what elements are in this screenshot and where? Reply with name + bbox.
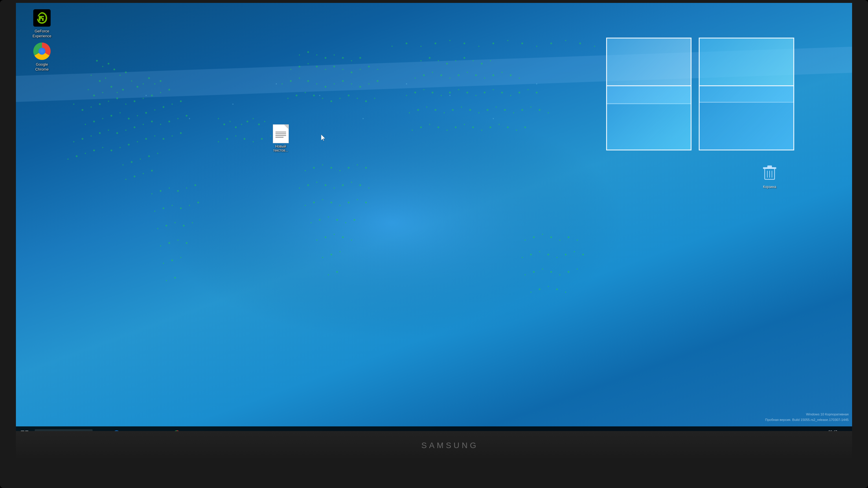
svg-point-33 bbox=[168, 89, 170, 91]
svg-point-0 bbox=[161, 107, 623, 338]
svg-point-126 bbox=[368, 66, 370, 67]
recycle-bin-icon bbox=[756, 165, 783, 184]
svg-point-19 bbox=[148, 77, 150, 79]
svg-point-1 bbox=[96, 60, 98, 62]
svg-point-208 bbox=[475, 74, 477, 76]
svg-point-94 bbox=[197, 202, 199, 203]
svg-point-218 bbox=[441, 95, 442, 96]
geforce-icon bbox=[33, 9, 51, 27]
svg-point-36 bbox=[102, 118, 103, 119]
svg-point-52 bbox=[125, 130, 126, 131]
chrome-label: Google Chrome bbox=[29, 62, 55, 72]
svg-point-146 bbox=[339, 98, 341, 99]
recycle-bin-label: Корзина bbox=[756, 185, 783, 189]
svg-point-127 bbox=[377, 69, 378, 70]
svg-point-327 bbox=[450, 95, 451, 96]
svg-point-70 bbox=[154, 135, 155, 136]
svg-point-265 bbox=[559, 239, 560, 241]
svg-point-258 bbox=[507, 126, 509, 128]
svg-point-289 bbox=[223, 124, 225, 125]
svg-point-27 bbox=[116, 97, 118, 99]
svg-point-248 bbox=[420, 126, 422, 128]
svg-point-67 bbox=[128, 144, 130, 145]
svg-point-242 bbox=[513, 112, 514, 113]
svg-point-305 bbox=[392, 46, 393, 47]
svg-point-138 bbox=[368, 83, 370, 85]
svg-point-96 bbox=[165, 225, 167, 227]
svg-point-195 bbox=[446, 63, 448, 65]
svg-point-173 bbox=[348, 202, 349, 203]
svg-point-300 bbox=[244, 138, 245, 140]
svg-point-280 bbox=[559, 274, 560, 275]
svg-point-91 bbox=[172, 205, 173, 206]
svg-point-225 bbox=[501, 92, 503, 93]
svg-point-158 bbox=[365, 167, 367, 169]
desktop: GeForce Experience Google Chrome bbox=[16, 3, 852, 443]
svg-point-180 bbox=[345, 222, 346, 223]
svg-point-41 bbox=[145, 112, 147, 114]
svg-point-82 bbox=[151, 170, 153, 171]
svg-point-286 bbox=[556, 288, 558, 290]
svg-point-81 bbox=[143, 173, 144, 174]
svg-point-111 bbox=[316, 54, 317, 56]
desktop-icon-chrome[interactable]: Google Chrome bbox=[28, 40, 56, 73]
svg-point-223 bbox=[484, 92, 486, 93]
svg-point-194 bbox=[438, 60, 439, 61]
svg-point-21 bbox=[160, 80, 161, 82]
svg-point-34 bbox=[85, 124, 86, 125]
svg-point-99 bbox=[192, 222, 193, 223]
svg-rect-332 bbox=[767, 165, 772, 168]
svg-point-213 bbox=[519, 77, 520, 79]
svg-point-62 bbox=[85, 153, 86, 154]
svg-point-299 bbox=[235, 135, 237, 136]
svg-point-47 bbox=[82, 138, 83, 140]
svg-point-314 bbox=[521, 42, 523, 44]
svg-point-189 bbox=[339, 251, 341, 252]
svg-point-187 bbox=[322, 257, 323, 258]
svg-point-319 bbox=[594, 46, 595, 47]
svg-point-313 bbox=[507, 40, 508, 41]
svg-point-234 bbox=[443, 112, 445, 113]
svg-point-124 bbox=[351, 71, 352, 73]
desktop-recycle-bin[interactable]: Корзина bbox=[756, 165, 783, 189]
svg-point-73 bbox=[180, 132, 182, 134]
svg-point-25 bbox=[99, 103, 101, 105]
svg-point-244 bbox=[530, 106, 531, 108]
svg-point-20 bbox=[154, 83, 155, 85]
svg-point-30 bbox=[143, 98, 144, 99]
svg-point-102 bbox=[177, 239, 179, 241]
svg-point-95 bbox=[157, 228, 158, 229]
svg-point-131 bbox=[307, 80, 309, 82]
svg-point-155 bbox=[339, 170, 341, 171]
svg-point-169 bbox=[313, 202, 315, 203]
svg-point-261 bbox=[525, 239, 526, 241]
desktop-text-file[interactable]: Новый текстов... bbox=[268, 124, 294, 153]
svg-point-14 bbox=[117, 92, 118, 93]
svg-point-296 bbox=[264, 121, 265, 122]
svg-point-115 bbox=[351, 60, 352, 61]
svg-point-214 bbox=[406, 95, 407, 96]
svg-point-232 bbox=[426, 106, 427, 108]
svg-point-320 bbox=[146, 95, 147, 96]
recycle-bin-svg bbox=[763, 165, 777, 181]
svg-point-106 bbox=[180, 257, 181, 258]
svg-point-110 bbox=[307, 51, 309, 53]
svg-point-143 bbox=[313, 95, 315, 96]
svg-point-100 bbox=[160, 245, 161, 247]
svg-point-239 bbox=[487, 109, 488, 111]
svg-point-281 bbox=[568, 271, 569, 273]
svg-point-57 bbox=[168, 121, 170, 122]
svg-point-282 bbox=[577, 268, 578, 270]
svg-point-49 bbox=[99, 132, 101, 134]
svg-point-278 bbox=[542, 268, 543, 270]
svg-point-2 bbox=[102, 66, 103, 67]
desktop-icon-geforce[interactable]: GeForce Experience bbox=[28, 7, 56, 40]
svg-point-39 bbox=[128, 118, 130, 120]
svg-point-237 bbox=[469, 109, 471, 111]
svg-point-249 bbox=[429, 124, 430, 125]
svg-point-98 bbox=[183, 225, 185, 227]
svg-point-203 bbox=[432, 72, 433, 73]
svg-point-103 bbox=[186, 242, 187, 244]
svg-point-206 bbox=[458, 74, 460, 76]
svg-point-231 bbox=[417, 109, 419, 111]
